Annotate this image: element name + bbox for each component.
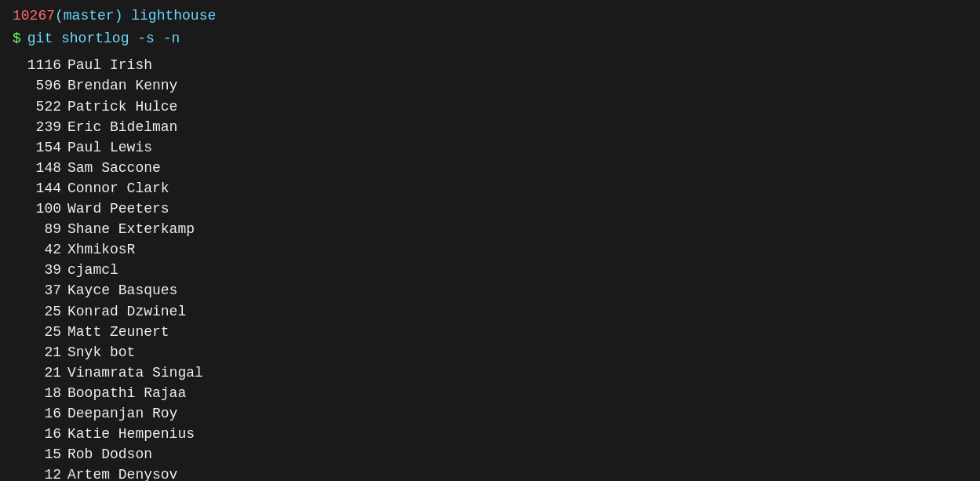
- entry-row: 25Konrad Dzwinel: [13, 301, 967, 322]
- entry-row: 39cjamcl: [13, 260, 967, 280]
- entry-name: Boopathi Rajaa: [67, 383, 186, 403]
- entry-row: 37Kayce Basques: [13, 280, 967, 301]
- entry-name: Matt Zeunert: [67, 322, 169, 342]
- entry-name: Brendan Kenny: [67, 75, 177, 96]
- entry-row: 42XhmikosR: [13, 239, 967, 260]
- entry-row: 144Connor Clark: [13, 178, 967, 199]
- entry-count: 16: [13, 424, 67, 444]
- terminal: 10267 (master) lighthouse $ git shortlog…: [13, 6, 967, 481]
- entry-count: 154: [13, 137, 67, 158]
- title-branch: (master) lighthouse: [55, 6, 216, 26]
- entry-row: 16Deepanjan Roy: [13, 403, 967, 424]
- entry-row: 100Ward Peeters: [13, 199, 967, 219]
- entry-row: 1116Paul Irish: [13, 55, 967, 75]
- entry-row: 154Paul Lewis: [13, 137, 967, 158]
- entry-name: XhmikosR: [67, 239, 135, 260]
- entry-name: Artem Denysov: [67, 465, 177, 481]
- entries-container: 1116Paul Irish 596Brendan Kenny 522Patri…: [13, 55, 967, 481]
- title-count: 10267: [13, 6, 55, 26]
- entry-name: Paul Irish: [67, 55, 152, 75]
- prompt-command: git shortlog -s -n: [27, 29, 180, 49]
- entry-row: 148Sam Saccone: [13, 158, 967, 178]
- prompt-dollar: $: [13, 29, 21, 49]
- entry-name: Rob Dodson: [67, 444, 152, 465]
- entry-count: 39: [13, 260, 67, 280]
- entry-count: 42: [13, 239, 67, 260]
- entry-count: 1116: [13, 55, 67, 75]
- entry-row: 15Rob Dodson: [13, 444, 967, 465]
- entry-row: 239Eric Bidelman: [13, 117, 967, 137]
- entry-row: 89Shane Exterkamp: [13, 219, 967, 239]
- entry-name: Snyk bot: [67, 342, 135, 363]
- entry-name: Ward Peeters: [67, 199, 169, 219]
- entry-name: Kayce Basques: [67, 280, 177, 301]
- entry-count: 148: [13, 158, 67, 178]
- entry-count: 37: [13, 280, 67, 301]
- entry-count: 16: [13, 403, 67, 424]
- entry-count: 144: [13, 178, 67, 199]
- entry-count: 18: [13, 383, 67, 403]
- entry-count: 12: [13, 465, 67, 481]
- entry-name: Vinamrata Singal: [67, 363, 203, 383]
- entry-count: 21: [13, 342, 67, 363]
- entry-row: 522Patrick Hulce: [13, 97, 967, 117]
- entry-name: Paul Lewis: [67, 137, 152, 158]
- entry-row: 25Matt Zeunert: [13, 322, 967, 342]
- entry-count: 89: [13, 219, 67, 239]
- entry-count: 522: [13, 97, 67, 117]
- entry-name: Connor Clark: [67, 178, 169, 199]
- entry-name: Sam Saccone: [67, 158, 161, 178]
- entry-count: 25: [13, 322, 67, 342]
- entry-count: 25: [13, 301, 67, 322]
- prompt-line: $ git shortlog -s -n: [13, 29, 967, 49]
- entry-row: 21Vinamrata Singal: [13, 363, 967, 383]
- entry-name: cjamcl: [67, 260, 118, 280]
- entry-name: Deepanjan Roy: [67, 403, 177, 424]
- entry-row: 21Snyk bot: [13, 342, 967, 363]
- entry-name: Shane Exterkamp: [67, 219, 195, 239]
- entry-row: 18Boopathi Rajaa: [13, 383, 967, 403]
- entry-row: 596Brendan Kenny: [13, 75, 967, 96]
- entry-count: 239: [13, 117, 67, 137]
- entry-name: Konrad Dzwinel: [67, 301, 186, 322]
- title-line: 10267 (master) lighthouse: [13, 6, 967, 26]
- entry-row: 16Katie Hempenius: [13, 424, 967, 444]
- entry-name: Patrick Hulce: [67, 97, 177, 117]
- entry-count: 596: [13, 75, 67, 96]
- entry-row: 12Artem Denysov: [13, 465, 967, 481]
- entry-count: 15: [13, 444, 67, 465]
- entry-count: 100: [13, 199, 67, 219]
- entry-name: Eric Bidelman: [67, 117, 177, 137]
- entry-name: Katie Hempenius: [67, 424, 195, 444]
- entry-count: 21: [13, 363, 67, 383]
